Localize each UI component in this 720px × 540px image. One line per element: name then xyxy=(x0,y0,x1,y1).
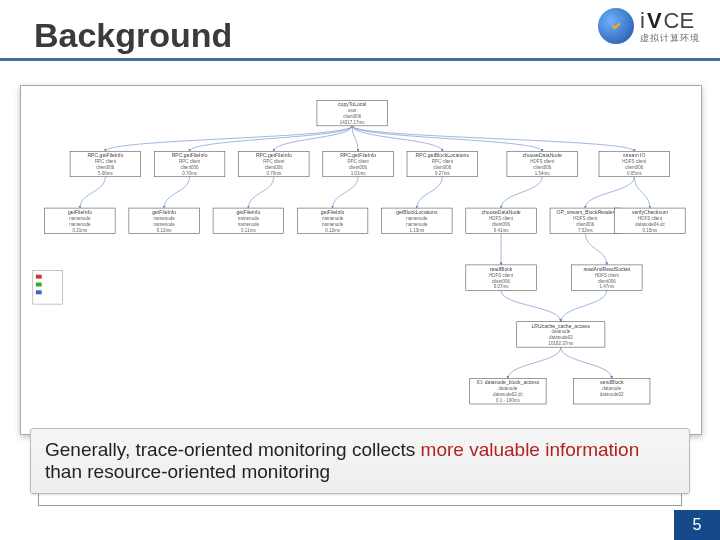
node-row1-1: RPC.getFileInfoRPC clientclient0060.70ms xyxy=(154,151,225,176)
svg-text:0.11ms: 0.11ms xyxy=(241,228,257,233)
svg-text:HDFS client: HDFS client xyxy=(638,216,663,221)
svg-text:getFileInfo: getFileInfo xyxy=(237,209,261,215)
svg-text:readBlock: readBlock xyxy=(490,266,513,272)
svg-text:namenode: namenode xyxy=(153,216,175,221)
svg-text:namenode: namenode xyxy=(406,216,428,221)
slide: Background i V CE 虚拟计算环境 • • xyxy=(0,0,720,540)
svg-text:copyToLocal: copyToLocal xyxy=(338,101,366,107)
node-row1-0: RPC.getFileInfoRPC clientclient0065.06ms xyxy=(70,151,141,176)
svg-text:RPC client: RPC client xyxy=(263,159,285,164)
svg-text:RPC.getFileInfo: RPC.getFileInfo xyxy=(87,152,123,158)
page-title: Background xyxy=(34,16,232,55)
logo-prefix: i xyxy=(640,10,645,32)
check-icon xyxy=(607,17,625,35)
title-underline xyxy=(0,58,720,61)
svg-text:RPC client: RPC client xyxy=(432,159,454,164)
logo-bold: V xyxy=(647,10,662,32)
svg-text:RPC.getFileInfo: RPC.getFileInfo xyxy=(340,152,376,158)
svg-text:client006: client006 xyxy=(96,165,115,170)
node-row2-4: getBlockLocationsnamenodenamenode1.13ms xyxy=(382,208,453,233)
svg-text:1.13ms: 1.13ms xyxy=(409,228,425,233)
legend xyxy=(33,271,62,304)
logo-text: i V CE 虚拟计算环境 xyxy=(640,10,700,43)
svg-text:0.12ms: 0.12ms xyxy=(325,228,341,233)
node-row2-2: getFileInfonamenodenamenode0.11ms xyxy=(213,208,284,233)
svg-text:0.07ms: 0.07ms xyxy=(494,284,510,289)
svg-text:stream IO: stream IO xyxy=(623,152,645,158)
svg-text:RPC client: RPC client xyxy=(347,159,369,164)
node-row1-5: chooseDataNodeHDFS clientclient0061.54ms xyxy=(507,151,578,176)
svg-text:getFileInfo: getFileInfo xyxy=(68,209,92,215)
svg-text:getBlockLocations: getBlockLocations xyxy=(396,209,438,215)
node-row5-1: sendBlockdatanodedatanode02 xyxy=(574,379,650,404)
node-row3-1: readAndReadSocketHDFS clientclient0061.4… xyxy=(572,265,643,290)
svg-text:1.47ms: 1.47ms xyxy=(599,284,615,289)
logo-mark-icon xyxy=(598,8,634,44)
node-row2-5: chooseDataNodeHDFS clientclient0060.41ms xyxy=(466,208,537,233)
svg-text:0.1 - 100ms: 0.1 - 100ms xyxy=(496,398,521,403)
svg-text:getFileInfo: getFileInfo xyxy=(152,209,176,215)
svg-text:namenode: namenode xyxy=(238,216,260,221)
node-row1-3: RPC.getFileInfoRPC clientclient0061.01ms xyxy=(323,151,394,176)
svg-text:client006: client006 xyxy=(343,114,362,119)
svg-text:client006: client006 xyxy=(181,165,200,170)
svg-text:IO: datanode_block_access: IO: datanode_block_access xyxy=(477,379,540,385)
logo-mid: CE xyxy=(664,10,695,32)
callout-pre: Generally, trace-oriented monitoring col… xyxy=(45,439,421,460)
svg-rect-1 xyxy=(36,275,42,279)
svg-text:chooseDataNode: chooseDataNode xyxy=(481,209,520,215)
callout-highlight: more valuable information xyxy=(421,439,640,460)
svg-text:0.05ms: 0.05ms xyxy=(627,171,643,176)
title-wrap: Background xyxy=(34,16,232,55)
svg-text:getFileInfo: getFileInfo xyxy=(321,209,345,215)
callout: Generally, trace-oriented monitoring col… xyxy=(30,428,690,494)
svg-text:namenode: namenode xyxy=(238,222,260,227)
logo-main: i V CE xyxy=(640,10,700,32)
svg-text:datanode: datanode xyxy=(602,386,621,391)
callout-mid: than resource-oriented monitoring xyxy=(45,461,330,482)
svg-text:datanode02.dc: datanode02.dc xyxy=(493,392,524,397)
svg-text:namenode: namenode xyxy=(322,216,344,221)
svg-text:chooseDataNode: chooseDataNode xyxy=(523,152,562,158)
svg-text:0.12ms: 0.12ms xyxy=(157,228,173,233)
svg-text:namenode: namenode xyxy=(69,216,91,221)
node-row1-6: stream IOHDFS clientclient0060.05ms xyxy=(599,151,670,176)
svg-text:client006: client006 xyxy=(533,165,552,170)
svg-rect-2 xyxy=(36,283,42,287)
svg-text:5.06ms: 5.06ms xyxy=(98,171,114,176)
node-row1-4: RPC.getBlockLocationsRPC clientclient006… xyxy=(407,151,478,176)
svg-text:client006: client006 xyxy=(598,279,617,284)
node-row2-6: OP_stream_BlockReaderHDFS clientclient00… xyxy=(550,208,621,233)
svg-text:HDFS client: HDFS client xyxy=(595,273,620,278)
svg-text:1.54ms: 1.54ms xyxy=(535,171,551,176)
svg-text:client006: client006 xyxy=(576,222,595,227)
svg-text:client006: client006 xyxy=(492,279,511,284)
svg-text:namenode: namenode xyxy=(406,222,428,227)
svg-text:RPC.getBlockLocations: RPC.getBlockLocations xyxy=(416,152,470,158)
svg-text:datanode: datanode xyxy=(499,386,518,391)
svg-text:verifyChecksum: verifyChecksum xyxy=(632,209,668,215)
svg-text:datanode04.dc: datanode04.dc xyxy=(635,222,666,227)
svg-text:RPC client: RPC client xyxy=(95,159,117,164)
svg-text:client006: client006 xyxy=(349,165,368,170)
svg-text:7.52ms: 7.52ms xyxy=(578,228,594,233)
node-row1-2: RPC.getFileInfoRPC clientclient0060.70ms xyxy=(239,151,310,176)
svg-text:10182.37ms: 10182.37ms xyxy=(548,341,574,346)
node-root: copyToLocal user client006 14317.17ms xyxy=(317,100,388,125)
svg-text:14317.17ms: 14317.17ms xyxy=(340,120,366,125)
svg-text:HDFS client: HDFS client xyxy=(489,273,514,278)
svg-text:HDFS client: HDFS client xyxy=(573,216,598,221)
svg-text:HDFS client: HDFS client xyxy=(530,159,555,164)
svg-text:0.41ms: 0.41ms xyxy=(494,228,510,233)
svg-text:sendBlock: sendBlock xyxy=(600,379,624,385)
svg-text:datanode02: datanode02 xyxy=(549,335,573,340)
node-row2-0: getFileInfonamenodenamenode0.21ms xyxy=(45,208,116,233)
logo: i V CE 虚拟计算环境 xyxy=(598,8,700,44)
svg-text:LRUcache_cache_access: LRUcache_cache_access xyxy=(531,323,590,329)
svg-text:client006: client006 xyxy=(625,165,644,170)
svg-text:OP_stream_BlockReader: OP_stream_BlockReader xyxy=(557,209,615,215)
svg-text:HDFS client: HDFS client xyxy=(622,159,647,164)
page-number: 5 xyxy=(674,510,720,540)
svg-text:namenode: namenode xyxy=(153,222,175,227)
svg-text:datanode: datanode xyxy=(551,329,570,334)
